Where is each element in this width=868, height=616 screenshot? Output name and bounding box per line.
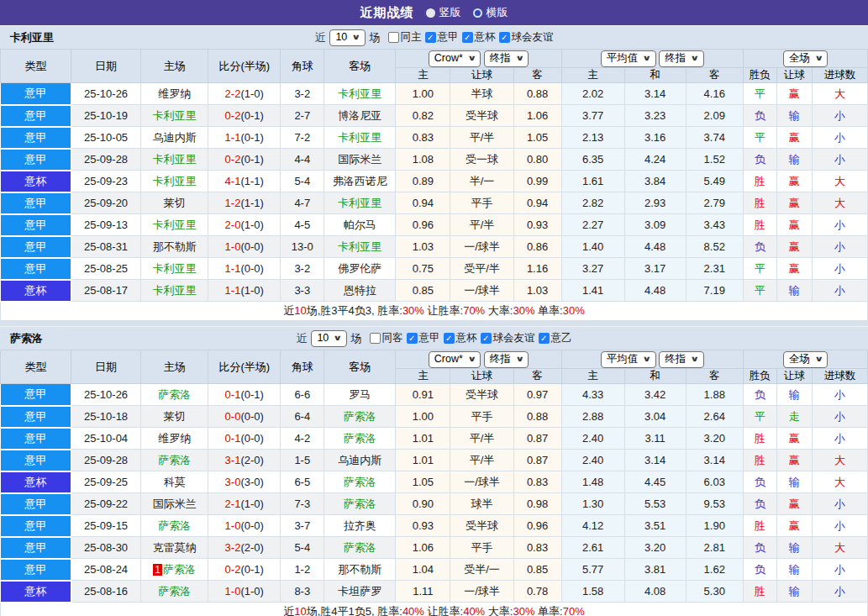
near-label: 近 xyxy=(296,331,307,346)
cell-avg-away: 1.62 xyxy=(686,559,743,581)
col-result-goals: 进球数 xyxy=(812,369,867,384)
avg-stage-select[interactable]: 终指∨ xyxy=(659,351,703,368)
cell-avg-draw: 5.53 xyxy=(624,493,686,515)
avg-provider-select[interactable]: 平均值∨ xyxy=(601,351,656,368)
col-date: 日期 xyxy=(71,350,141,384)
cell-odds-handicap: 受平/半 xyxy=(450,258,513,280)
col-avg-away: 客 xyxy=(686,369,743,384)
cell-avg-away: 3.43 xyxy=(686,214,743,236)
cell-odds-home: 0.94 xyxy=(396,192,450,214)
fulltime-score: 0-0 xyxy=(225,410,241,423)
cell-result-goals: 小 xyxy=(812,280,867,302)
scope-select[interactable]: 全场∨ xyxy=(783,50,828,67)
cell-odds-away: 0.87 xyxy=(513,428,561,450)
cell-away-team: 卡坦萨罗 xyxy=(324,581,396,603)
title-bar: 近期战绩 竖版 横版 xyxy=(0,0,868,25)
recent-count-select[interactable]: 10 ∨ xyxy=(329,29,365,46)
cell-avg-away: 4.16 xyxy=(686,83,743,105)
games-label: 场 xyxy=(370,30,381,45)
cell-home-team: 萨索洛 xyxy=(141,515,208,537)
col-odds-away: 客 xyxy=(513,369,561,384)
filter-checkbox[interactable]: 同客 xyxy=(370,331,403,345)
home-team-name: 卡利亚里 xyxy=(153,284,197,297)
cell-avg-away: 8.52 xyxy=(686,236,743,258)
filter-checkbox[interactable]: ✓意甲 xyxy=(425,30,459,45)
col-corner: 角球 xyxy=(281,350,324,384)
cell-avg-away: 1.90 xyxy=(686,515,743,537)
recent-count-select[interactable]: 10 ∨ xyxy=(311,330,346,347)
cell-date: 25-08-30 xyxy=(71,537,141,559)
checkbox-checked-icon[interactable]: ✓ xyxy=(499,32,510,43)
avg-provider-select[interactable]: 平均值∨ xyxy=(601,50,656,67)
home-team-name: 萨索洛 xyxy=(158,454,191,466)
layout-radio-vertical[interactable]: 竖版 xyxy=(426,5,461,20)
cell-result-handicap: 输 xyxy=(776,280,812,302)
checkbox-checked-icon[interactable]: ✓ xyxy=(481,333,492,344)
halftime-score: (0-1) xyxy=(240,563,263,576)
filter-checkbox-group: 同客✓意甲✓意杯✓球会友谊✓意乙 xyxy=(366,331,572,345)
cell-away-team: 萨索洛 xyxy=(324,428,396,450)
cell-result-handicap: 输 xyxy=(776,149,812,171)
cell-result-handicap: 输 xyxy=(776,537,812,559)
halftime-score: (1-0) xyxy=(240,218,263,231)
cell-result-goals: 大 xyxy=(812,83,867,105)
filter-checkbox[interactable]: ✓意杯 xyxy=(462,30,496,45)
checkbox-unchecked-icon[interactable] xyxy=(388,32,399,43)
cell-competition: 意杯 xyxy=(1,280,71,302)
odds-provider-select[interactable]: Crow*∨ xyxy=(429,50,481,67)
odds-stage-select[interactable]: 终指∨ xyxy=(484,50,529,67)
filter-checkbox[interactable]: ✓意杯 xyxy=(444,331,477,345)
checkbox-checked-icon[interactable]: ✓ xyxy=(462,32,473,43)
checkbox-checked-icon[interactable]: ✓ xyxy=(539,333,550,344)
avg-stage-select[interactable]: 终指∨ xyxy=(659,50,703,67)
cell-away-team: 萨索洛 xyxy=(324,471,396,493)
cell-date: 25-09-25 xyxy=(71,471,141,493)
filter-checkbox[interactable]: ✓意乙 xyxy=(539,331,572,345)
away-team-name: 佛罗伦萨 xyxy=(338,262,381,275)
cell-odds-away: 0.96 xyxy=(513,515,561,537)
cell-away-team: 卡利亚里 xyxy=(324,83,396,105)
layout-radio-horizontal[interactable]: 横版 xyxy=(473,5,508,20)
filter-checkbox-label: 球会友谊 xyxy=(512,30,554,45)
cell-corners: 3-3 xyxy=(281,280,324,302)
cell-competition: 意甲 xyxy=(1,450,71,471)
cell-competition: 意甲 xyxy=(1,428,71,450)
home-team-name: 那不勒斯 xyxy=(153,240,197,253)
odds-stage-select[interactable]: 终指∨ xyxy=(484,351,529,368)
rank-badge: 1 xyxy=(153,564,162,576)
cell-avg-draw: 3.81 xyxy=(624,559,686,581)
odds-provider-select[interactable]: Crow*∨ xyxy=(429,351,481,368)
filter-checkbox[interactable]: ✓球会友谊 xyxy=(499,30,554,45)
checkbox-checked-icon[interactable]: ✓ xyxy=(407,333,418,344)
halftime-score: (0-0) xyxy=(240,519,263,532)
cell-avg-away: 2.31 xyxy=(686,258,743,280)
checkbox-checked-icon[interactable]: ✓ xyxy=(425,32,436,43)
filter-checkbox[interactable]: ✓意甲 xyxy=(407,331,440,345)
filter-checkbox[interactable]: 同主 xyxy=(388,30,422,45)
fulltime-score: 0-1 xyxy=(225,432,241,445)
recent-results-page: 近期战绩 竖版 横版 卡利亚里 近 10 ∨ 场 同主✓意甲✓意杯✓球会友谊 xyxy=(0,0,868,616)
cell-odds-handicap: 平/半 xyxy=(450,214,513,236)
halftime-score: (0-0) xyxy=(240,432,263,445)
cell-odds-handicap: 受半球 xyxy=(450,105,513,127)
cell-result-handicap: 赢 xyxy=(776,83,812,105)
cell-competition: 意甲 xyxy=(1,537,71,559)
col-result-outcome: 胜负 xyxy=(743,68,776,83)
summary-text: 近10场,胜4平1负5, 胜率:40% 让胜率:40% 大率:30% 单率:70… xyxy=(283,605,584,616)
cell-avg-draw: 4.24 xyxy=(624,149,686,171)
cell-result-goals: 小 xyxy=(812,493,867,515)
summary-segment: 40% xyxy=(402,605,424,616)
checkbox-checked-icon[interactable]: ✓ xyxy=(444,333,455,344)
cell-odds-home: 0.90 xyxy=(396,493,450,515)
cell-avg-home: 3.77 xyxy=(561,105,624,127)
filter-checkbox[interactable]: ✓球会友谊 xyxy=(481,331,535,345)
cell-result-outcome: 平 xyxy=(743,406,776,428)
scope-select[interactable]: 全场∨ xyxy=(783,351,828,368)
cell-corners: 4-4 xyxy=(281,149,324,171)
cell-score: 3-2(2-0) xyxy=(208,537,281,559)
cell-date: 25-10-04 xyxy=(71,428,141,450)
checkbox-unchecked-icon[interactable] xyxy=(370,333,381,344)
cell-corners: 7-2 xyxy=(281,127,324,149)
matches-table: 类型 日期 主场 比分(半场) 角球 客场 Crow*∨ 终指∨ 平均值∨ 终指… xyxy=(0,49,868,321)
cell-result-goals: 小 xyxy=(812,581,867,603)
